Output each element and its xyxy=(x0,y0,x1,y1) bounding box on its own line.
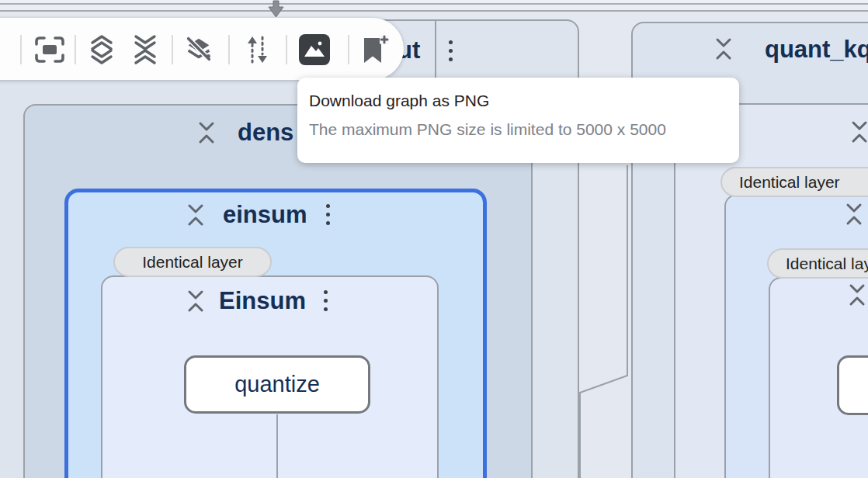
toolbar-separator xyxy=(20,35,22,64)
fit-to-screen-button[interactable] xyxy=(33,33,66,66)
collapse-layer-icon[interactable] xyxy=(187,203,204,227)
flatten-layers-button[interactable] xyxy=(241,33,273,66)
collapse-layer-icon[interactable] xyxy=(851,120,868,144)
model-explorer-canvas: { "toolbar": { "buttons": [ {"name": "vi… xyxy=(0,0,868,478)
tooltip-subtitle: The maximum PNG size is limited to 5000 … xyxy=(309,120,739,139)
download-png-button[interactable] xyxy=(298,33,331,66)
collapse-all-layers-button[interactable] xyxy=(129,33,161,66)
layer-menu-icon[interactable] xyxy=(325,204,330,225)
graph-toolbar xyxy=(0,18,404,80)
collapse-layer-icon[interactable] xyxy=(715,37,732,61)
collapse-layer-icon[interactable] xyxy=(187,289,204,313)
layer-title-dens: dens xyxy=(238,119,293,147)
visibility-button[interactable] xyxy=(0,33,3,66)
layer-menu-icon[interactable] xyxy=(323,290,328,311)
toolbar-separator xyxy=(75,35,76,64)
hide-identical-layers-button[interactable] xyxy=(182,33,215,66)
collapse-layer-icon[interactable] xyxy=(198,121,215,144)
bookmark-plus-icon xyxy=(359,33,391,66)
layer-menu-icon[interactable] xyxy=(448,40,453,61)
layer-title-quant-kq: quant_kq_ xyxy=(765,36,868,64)
mouse-cursor xyxy=(266,0,287,19)
fit-screen-icon xyxy=(34,35,65,64)
collapse-layer-icon[interactable] xyxy=(845,203,863,226)
layers-off-icon xyxy=(182,33,215,66)
expand-all-icon xyxy=(87,33,116,66)
tooltip-title: Download graph as PNG xyxy=(309,92,739,110)
collapse-layer-icon[interactable] xyxy=(849,283,866,307)
layer-title-einsum: einsum xyxy=(223,201,307,229)
toolbar-separator xyxy=(228,35,230,64)
expand-all-layers-button[interactable] xyxy=(85,33,118,66)
toolbar-separator xyxy=(172,35,173,64)
toolbar-separator xyxy=(348,35,349,64)
eye-icon xyxy=(0,34,3,65)
download-png-tooltip: Download graph as PNG The maximum PNG si… xyxy=(297,78,739,163)
collapse-all-icon xyxy=(130,33,160,66)
image-icon xyxy=(298,33,331,66)
layer-title-einsum-inner: Einsum xyxy=(219,287,306,315)
toolbar-separator xyxy=(286,35,287,64)
vertical-arrows-icon xyxy=(241,34,273,65)
add-bookmark-button[interactable] xyxy=(359,33,391,66)
